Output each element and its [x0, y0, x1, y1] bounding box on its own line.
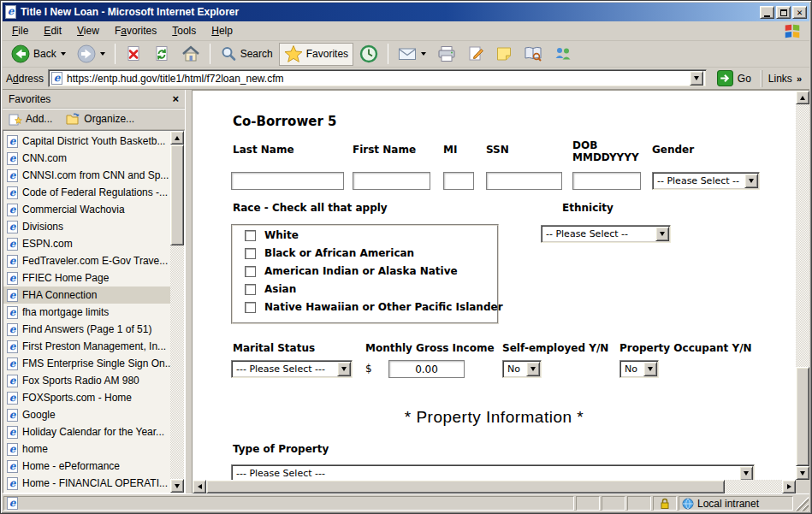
- favorite-item[interactable]: e First Preston Management, In...: [3, 338, 170, 355]
- dropdown-arrow-icon[interactable]: [744, 174, 758, 188]
- status-bar: e Local intranet: [3, 493, 809, 511]
- history-button[interactable]: [354, 43, 383, 66]
- scroll-down-button[interactable]: [796, 466, 809, 480]
- menu-item[interactable]: Tools: [164, 22, 204, 39]
- favorite-item[interactable]: e Fox Sports Radio AM 980: [3, 372, 170, 389]
- marital-status-label: Marital Status: [233, 342, 315, 354]
- minimize-button[interactable]: [760, 6, 774, 19]
- gender-select[interactable]: -- Please Select --: [652, 172, 760, 190]
- panel-splitter[interactable]: [185, 90, 192, 493]
- favorite-item[interactable]: e Divisions: [3, 218, 170, 235]
- favorites-scrollbar[interactable]: [170, 131, 184, 493]
- organize-favorites-button[interactable]: Organize...: [66, 113, 134, 125]
- last-name-input[interactable]: [231, 172, 344, 190]
- discuss-button[interactable]: [490, 43, 518, 66]
- dropdown-arrow-icon[interactable]: [526, 362, 540, 376]
- favorite-item[interactable]: e Google: [3, 406, 170, 423]
- mi-input[interactable]: [443, 172, 474, 190]
- race-checkbox[interactable]: [245, 284, 256, 295]
- race-checkbox[interactable]: [245, 230, 256, 241]
- messenger-button[interactable]: [548, 43, 578, 66]
- menu-item[interactable]: Help: [204, 22, 240, 39]
- favorite-item[interactable]: e FOXSports.com - Home: [3, 389, 170, 406]
- add-favorite-button[interactable]: Add...: [9, 113, 52, 126]
- favorite-item[interactable]: e FHA Connection: [3, 287, 170, 304]
- scroll-down-button[interactable]: [170, 479, 184, 493]
- scrollbar-thumb[interactable]: [796, 367, 809, 466]
- stop-button[interactable]: [120, 43, 147, 66]
- intranet-zone-icon: [682, 498, 694, 510]
- favorite-item[interactable]: e Commercial Wachovia: [3, 201, 170, 218]
- scroll-left-button[interactable]: [193, 480, 206, 493]
- links-toolbar[interactable]: Links »: [762, 70, 806, 87]
- occupant-select[interactable]: No: [619, 360, 659, 378]
- scrollbar-thumb[interactable]: [206, 480, 725, 493]
- resize-grip[interactable]: [795, 496, 809, 511]
- refresh-button[interactable]: [148, 43, 175, 66]
- print-button[interactable]: [432, 43, 461, 66]
- favorite-item[interactable]: e FFIEC Home Page: [3, 269, 170, 287]
- favorite-item[interactable]: e Home - ePeformance: [3, 458, 170, 475]
- menu-item[interactable]: View: [69, 22, 107, 39]
- ie-page-icon: e: [7, 340, 18, 353]
- favorite-item[interactable]: e FMS Enterprise Single Sign On...: [3, 355, 170, 372]
- favorite-item[interactable]: e ESPN.com: [3, 235, 170, 252]
- favorite-item[interactable]: e Holiday Calendar for the Year...: [3, 423, 170, 440]
- favorite-item[interactable]: e fha mortgage limits: [3, 304, 170, 321]
- go-button[interactable]: Go: [711, 70, 757, 86]
- ethnicity-select[interactable]: -- Please Select --: [541, 225, 671, 243]
- race-label: Race - Check all that apply: [233, 202, 388, 214]
- vertical-scrollbar[interactable]: [796, 91, 809, 480]
- marital-status-select[interactable]: --- Please Select ---: [231, 360, 353, 378]
- address-label: Address: [6, 73, 44, 85]
- zone-label: Local intranet: [697, 498, 759, 510]
- favorite-item[interactable]: e home: [3, 440, 170, 458]
- back-button[interactable]: Back: [6, 43, 71, 66]
- maximize-button[interactable]: [776, 6, 791, 19]
- close-button[interactable]: ✕: [792, 6, 807, 19]
- first-name-input[interactable]: [353, 172, 430, 190]
- close-favorites-icon[interactable]: ×: [172, 92, 179, 105]
- self-employed-select[interactable]: No: [502, 360, 542, 378]
- scroll-up-button[interactable]: [796, 91, 809, 104]
- windows-logo-icon: [782, 21, 803, 40]
- scrollbar-thumb[interactable]: [170, 145, 184, 245]
- favorite-item[interactable]: e CNNSI.com from CNN and Sp...: [3, 167, 170, 184]
- dropdown-arrow-icon[interactable]: [739, 466, 753, 480]
- favorite-item[interactable]: e Capital District Youth Basketb...: [3, 133, 170, 150]
- address-dropdown-button[interactable]: [690, 71, 703, 86]
- dropdown-arrow-icon[interactable]: [655, 227, 669, 241]
- address-input[interactable]: e https://entp.hud.gov/title1/html/f72lo…: [48, 69, 707, 87]
- race-option-row: Native Hawaiian or Other Pacific Islande…: [233, 298, 497, 316]
- menu-item[interactable]: File: [4, 22, 36, 39]
- forward-button[interactable]: [72, 43, 110, 66]
- edit-button[interactable]: [462, 43, 489, 66]
- favorites-button[interactable]: Favorites: [279, 43, 353, 66]
- search-button[interactable]: Search: [215, 43, 278, 66]
- favorite-item[interactable]: e Code of Federal Regulations -...: [3, 184, 170, 201]
- home-button[interactable]: [176, 43, 205, 66]
- favorite-item[interactable]: e CNN.com: [3, 150, 170, 167]
- race-checkbox[interactable]: [245, 266, 256, 277]
- scroll-right-button[interactable]: [782, 480, 796, 493]
- messenger-icon: [554, 45, 572, 62]
- income-input[interactable]: [388, 360, 465, 378]
- dob-input[interactable]: [572, 172, 641, 190]
- dropdown-arrow-icon[interactable]: [643, 362, 657, 376]
- mail-button[interactable]: [393, 43, 431, 66]
- menu-item[interactable]: Favorites: [107, 22, 164, 39]
- property-type-select[interactable]: --- Please Select ---: [231, 464, 755, 480]
- favorite-item[interactable]: e Find Answers (Page 1 of 51): [3, 321, 170, 338]
- menu-item[interactable]: Edit: [36, 22, 69, 39]
- research-button[interactable]: [519, 43, 548, 66]
- scroll-up-button[interactable]: [170, 131, 184, 145]
- favorite-item[interactable]: e Home - FINANCIAL OPERATI...: [3, 475, 170, 492]
- favorite-item[interactable]: e FedTraveler.com E-Gov Trave...: [3, 252, 170, 269]
- horizontal-scrollbar[interactable]: [193, 480, 796, 493]
- self-employed-label: Self-employed Y/N: [502, 342, 608, 354]
- dropdown-arrow-icon[interactable]: [337, 362, 351, 376]
- ssn-input[interactable]: [486, 172, 562, 190]
- dob-label: DOBMMDDYYYY: [572, 139, 639, 164]
- race-checkbox[interactable]: [245, 248, 256, 259]
- race-checkbox[interactable]: [245, 302, 256, 313]
